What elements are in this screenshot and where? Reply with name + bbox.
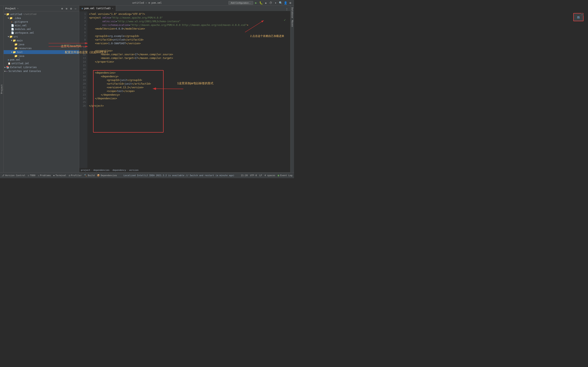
code-line-13: <maven.compiler.target>17</maven.compile…	[89, 56, 289, 60]
settings-icon[interactable]: ⚙	[288, 1, 292, 5]
tree-item-resources[interactable]: 📁 resources	[4, 46, 79, 50]
deps-icon: 📦	[97, 174, 100, 177]
tree-item-scratches[interactable]: ▶ ✏ Scratches and Consoles	[4, 69, 79, 73]
code-line-21: <version>4.13.2</version>	[89, 86, 289, 89]
tab-label: pom.xml (untitled)	[84, 7, 111, 10]
code-line-17: <dependencies>	[89, 71, 289, 75]
maven-label[interactable]: Maven	[291, 19, 294, 28]
encoding-display[interactable]: UTF-8	[250, 174, 257, 177]
status-bar-right: 21:28 UTF-8 LF 4 spaces Event Log	[241, 174, 292, 177]
event-log-label: Event Log	[280, 174, 292, 177]
add-configuration-button[interactable]: Add Configuration…	[228, 1, 253, 5]
profiler-label: Profiler	[71, 174, 82, 177]
tree-item-src[interactable]: ▼ 📁 src	[4, 35, 79, 39]
project-panel-header: Project ▾ ⊕ ≡ ⚙ –	[4, 6, 79, 11]
tab-m-icon: m	[82, 7, 83, 10]
line-numbers: 1 2 3 4 5 6 7 8 9 10 11 12 13 14 15 16 1…	[79, 11, 87, 168]
tree-item-external-libraries[interactable]: ▶ 📚 External Libraries	[4, 65, 79, 69]
code-line-3: xmlns:xsi="http://www.w3.org/2001/XMLSch…	[89, 20, 289, 23]
debug-icon[interactable]: 🐛	[259, 1, 263, 5]
coverage-icon[interactable]: ◈	[264, 1, 268, 5]
breadcrumb-bar: project › dependencies › dependency › ve…	[79, 168, 290, 173]
line-ending-display[interactable]: LF	[259, 174, 262, 177]
breadcrumb-version[interactable]: version	[129, 169, 138, 171]
terminal-item[interactable]: ▪ Terminal	[53, 174, 66, 177]
code-area[interactable]: <?xml version="1.0" encoding="UTF-8"?> <…	[87, 11, 290, 168]
tree-item-misc-xml[interactable]: 📄 misc.xml	[4, 24, 79, 27]
breadcrumb-dependencies[interactable]: dependencies	[93, 169, 109, 171]
todo-icon: ☑	[28, 174, 29, 177]
code-line-20: <artifactId>junit</artifactId>	[89, 82, 289, 86]
event-log-item[interactable]: Event Log	[278, 174, 292, 177]
code-line-24: </dependencies>	[89, 97, 289, 100]
tree-item-idea[interactable]: ▼ 📁 .idea	[4, 16, 79, 20]
todo-item[interactable]: ☑ TODO	[28, 174, 35, 177]
code-line-15	[89, 64, 289, 67]
settings-panel-icon[interactable]: ⚙	[69, 7, 73, 10]
database-label[interactable]: Database	[291, 7, 294, 19]
tab-more-icon[interactable]: ⋮	[285, 7, 289, 11]
tree-item-untitled-iml[interactable]: 📋 untitled.iml	[4, 62, 79, 65]
title-bar-right: Add Configuration… ▶ 🐛 ◈ ⏱ ▾ 🔍 👤 ⚙	[228, 1, 292, 5]
update-message: Localized IntelliJ IDEA 2021.3.2 is avai…	[123, 174, 234, 177]
tree-item-main[interactable]: ▼ 📁 main	[4, 39, 79, 42]
minimize-panel-icon[interactable]: –	[74, 7, 77, 10]
version-control-item[interactable]: ⎇ Version Control	[2, 174, 25, 177]
right-sidebar: Database Maven	[290, 6, 294, 173]
tree-item-pom-xml[interactable]: m pom.xml	[4, 58, 79, 62]
problems-label: Problems	[40, 174, 51, 177]
code-line-23: </dependency>	[89, 93, 289, 97]
user-icon[interactable]: 👤	[283, 1, 287, 5]
code-line-2: <project xmlns="http://maven.apache.org/…	[89, 16, 289, 20]
project-dropdown-icon[interactable]: ▾	[17, 7, 18, 9]
dependencies-item[interactable]: 📦 Dependencies	[97, 174, 117, 177]
build-item[interactable]: 🔨 Build	[84, 174, 95, 177]
code-line-11: <properties>	[89, 49, 289, 53]
code-line-26: </project>	[89, 104, 289, 108]
code-line-1: <?xml version="1.0" encoding="UTF-8"?>	[89, 12, 289, 16]
run-icon[interactable]: ▶	[254, 1, 258, 5]
build-icon: 🔨	[84, 174, 87, 177]
breadcrumb-dependency[interactable]: dependency	[112, 169, 126, 171]
problems-item[interactable]: ⚠ Problems	[38, 174, 51, 177]
todo-label: TODO	[30, 174, 35, 177]
tree-item-workspace-xml[interactable]: 📄 workspace.xml	[4, 31, 79, 35]
tree-item-test[interactable]: ▼ 📁 test	[4, 50, 79, 54]
run-more-icon[interactable]: ▾	[274, 1, 278, 5]
panel-header-icons: ⊕ ≡ ⚙ –	[60, 7, 77, 10]
editor-checkmark: ✓	[284, 18, 286, 22]
left-panel-label[interactable]: Project	[0, 6, 4, 173]
profile-icon[interactable]: ⏱	[269, 1, 273, 5]
tree-item-untitled[interactable]: ▼ 📁 untitled ~/untitled	[4, 12, 79, 16]
tree-item-gitignore[interactable]: ⎋ .gitignore	[4, 20, 79, 24]
code-line-18: <dependency>	[89, 75, 289, 78]
version-control-label: Version Control	[5, 174, 25, 177]
dependencies-label: Dependencies	[101, 174, 117, 177]
title-bar: untitled – m pom.xml Add Configuration… …	[0, 0, 294, 6]
breadcrumb-project[interactable]: project	[81, 169, 90, 171]
tree-item-modules-xml[interactable]: 📄 modules.xml	[4, 27, 79, 31]
tree-item-java-test[interactable]: 📁 java	[4, 54, 79, 58]
time-display: 21:28	[241, 174, 248, 177]
project-panel-title: Project	[5, 7, 16, 10]
code-line-5: <modelVersion>4.0.0</modelVersion>	[89, 27, 289, 31]
bottom-bar: ⎇ Version Control ☑ TODO ⚠ Problems ▪ Te…	[0, 173, 294, 178]
profiler-item[interactable]: ◷ Profiler	[69, 174, 82, 177]
tab-close-icon[interactable]: ✕	[112, 7, 113, 9]
terminal-label: Terminal	[56, 174, 66, 177]
update-bar: Localized IntelliJ IDEA 2021.3.2 is avai…	[120, 174, 238, 177]
title-bar-text: untitled – m pom.xml	[132, 1, 162, 4]
search-icon[interactable]: 🔍	[278, 1, 283, 5]
project-panel: Project ▾ ⊕ ≡ ⚙ – ▼ 📁 untitled ~/untitle…	[4, 6, 79, 173]
locate-icon[interactable]: ⊕	[60, 7, 64, 10]
problems-icon: ⚠	[38, 174, 39, 177]
tab-pom-xml[interactable]: m pom.xml (untitled) ✕	[79, 6, 116, 11]
tree-item-java-main[interactable]: 📁 java	[4, 42, 79, 46]
code-line-4: xsi:schemaLocation="http://maven.apache.…	[89, 23, 289, 27]
indentation-display[interactable]: 4 spaces	[264, 174, 275, 177]
tab-bar-right: ⋮	[283, 7, 290, 11]
code-line-22: <scope>test</scope>	[89, 89, 289, 93]
collapse-all-icon[interactable]: ≡	[65, 7, 68, 10]
code-line-9: <version>1.0-SNAPSHOT</version>	[89, 42, 289, 45]
vcs-icon: ⎇	[2, 174, 4, 177]
